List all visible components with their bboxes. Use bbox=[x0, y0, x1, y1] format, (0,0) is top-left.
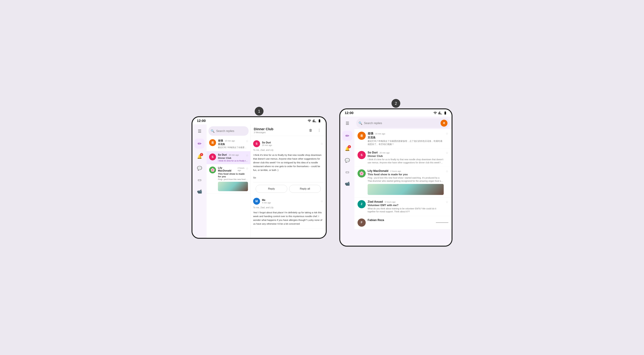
email-messages: S So Duri 20 min ago ☆ To me, Ziad, and … bbox=[250, 136, 326, 238]
p2-msg-sender-3: Lily MacDonald bbox=[368, 169, 388, 173]
p2-message-item-5[interactable]: F Fabian Reza bbox=[354, 216, 452, 229]
email-message-2: M Me 4 min ago ☆ To me, Ziad, and Lily Y… bbox=[253, 195, 323, 228]
email-star-2[interactable]: ☆ bbox=[320, 199, 323, 203]
p2-star-3[interactable]: ☆ bbox=[446, 169, 448, 173]
p2-msg-preview-1: 最近忙吗？昨晚我去了你最爱的那家饭馆，点了他们的特色豆花鱼，吃着吃着就想你了。有… bbox=[368, 140, 444, 146]
p2-msg-content-4: Ziad Aouad 6 hours ago Volunteer EMT wit… bbox=[368, 200, 444, 213]
status-icons-2 bbox=[433, 111, 447, 115]
email-title-block: Dinner Club 3 Messages bbox=[254, 127, 306, 134]
sidebar-meet-icon-2[interactable]: 📹 bbox=[343, 179, 352, 188]
msg-content-1: 老强 10 min ago 豆花鱼 最近忙吗？昨晚我去了你最爱的那家饭馆，点了他… bbox=[218, 139, 248, 149]
p2-msg-time-2: 20 min ago bbox=[380, 152, 390, 154]
p2-message-item-2[interactable]: S So Duri 20 min ago Dinner Club I think… bbox=[354, 148, 452, 167]
status-bar-1: 12:00 bbox=[192, 117, 326, 124]
p2-msg-time-3: 2 hours ago bbox=[390, 170, 401, 172]
msg-content-3: Lily MacDonald 2 hours ago This food sho… bbox=[218, 166, 248, 191]
step-label-2: 2 bbox=[392, 99, 400, 108]
msg-time-2: 20 min ago bbox=[229, 154, 239, 156]
p2-msg-sender-2: So Duri bbox=[368, 151, 378, 154]
sidebar-notifications-icon[interactable]: 🔔 6 bbox=[195, 152, 204, 161]
battery-icon bbox=[318, 119, 321, 123]
user-avatar-2[interactable]: 老 bbox=[440, 120, 448, 127]
sidebar-rooms-icon[interactable]: ▭ bbox=[195, 176, 204, 184]
msg-preview-3: Ping– you'd love this new food show I st… bbox=[218, 178, 248, 180]
msg-avatar-1: 老 bbox=[209, 139, 216, 146]
reply-actions-1: Reply Reply all bbox=[253, 182, 323, 195]
msg-sender-2: So Duri bbox=[218, 153, 227, 156]
p2-star-2[interactable]: ☆ bbox=[446, 151, 448, 155]
search-input-2[interactable] bbox=[364, 122, 439, 125]
p2-msg-preview-4: What do you think about training to be v… bbox=[368, 207, 444, 213]
phone-2: 2 12:00 ☰ ✏ 🔔 6 bbox=[339, 108, 452, 247]
msg-avatar-2: S bbox=[209, 153, 216, 160]
compose-button-2[interactable]: ✏ bbox=[342, 131, 352, 141]
star-button-2[interactable]: ☆ bbox=[246, 153, 248, 157]
p2-star-1[interactable]: ☆ bbox=[446, 132, 448, 135]
p2-msg-subject-3: This food show is made for you bbox=[368, 173, 444, 176]
reply-all-button[interactable]: Reply all bbox=[289, 185, 321, 193]
more-options-button[interactable]: ⋮ bbox=[316, 127, 323, 134]
p2-msg-content-5: Fabian Reza bbox=[368, 219, 434, 222]
search-bar-1[interactable]: 🔍 老 bbox=[208, 126, 248, 136]
msg-time-1: 10 min ago bbox=[225, 140, 235, 142]
p2-message-item-4[interactable]: Z Ziad Aouad 6 hours ago Volunteer EMT w… bbox=[354, 198, 452, 216]
p2-msg-avatar-2: S bbox=[358, 151, 366, 159]
sidebar-notifications-icon-2[interactable]: 🔔 6 bbox=[343, 144, 352, 153]
email-to-1: To me, Ziad, and Lily bbox=[253, 149, 323, 151]
sidebar-chat-icon-2[interactable]: 💬 bbox=[343, 156, 352, 165]
p2-message-item-3[interactable]: 🌸 Lily MacDonald 2 hours ago This food s… bbox=[354, 167, 452, 197]
email-to-2: To me, Ziad, and Lily bbox=[253, 206, 323, 209]
p2-msg-content-1: 老强 10 min ago 豆花鱼 最近忙吗？昨晚我去了你最爱的那家饭馆，点了他… bbox=[368, 132, 444, 146]
search-input-1[interactable] bbox=[216, 129, 250, 133]
email-subject: Dinner Club bbox=[254, 127, 306, 131]
p2-star-4[interactable]: ☆ bbox=[446, 200, 448, 204]
p2-msg-sender-1: 老强 bbox=[368, 132, 373, 135]
p2-msg-avatar-1: 老 bbox=[358, 132, 366, 140]
sidebar-rooms-icon-2[interactable]: ▭ bbox=[343, 168, 352, 176]
reply-button[interactable]: Reply bbox=[256, 185, 287, 193]
email-sender-block-1: So Duri 20 min ago bbox=[262, 141, 318, 146]
compose-button[interactable]: ✏ bbox=[194, 139, 204, 149]
notification-badge-2: 6 bbox=[348, 145, 351, 148]
message-item-1[interactable]: 老 老强 10 min ago 豆花鱼 最近忙吗？昨晚我去了你最爱的那家饭馆，点… bbox=[206, 137, 250, 151]
p2-msg-time-1: 10 min ago bbox=[375, 133, 385, 135]
sidebar-meet-icon[interactable]: 📹 bbox=[195, 187, 204, 196]
p2-msg-subject-2: Dinner Club bbox=[368, 155, 444, 158]
msg-avatar-3: 🌸 bbox=[209, 166, 216, 173]
p2-msg-subject-1: 豆花鱼 bbox=[368, 136, 444, 139]
email-view-1: Dinner Club 3 Messages 🗑 ⋮ bbox=[250, 124, 326, 238]
email-avatar-1: S bbox=[253, 140, 260, 147]
email-avatar-2: M bbox=[253, 198, 260, 205]
p2-msg-preview-2: I think it's time for us to finally try … bbox=[368, 158, 444, 164]
status-time-1: 12:00 bbox=[197, 119, 206, 123]
sidebar-chat-icon[interactable]: 💬 bbox=[195, 164, 204, 172]
sidebar-menu-icon[interactable]: ☰ bbox=[195, 127, 204, 135]
p2-message-item-1[interactable]: 老 老强 10 min ago 豆花鱼 最近忙吗？昨晚我去了你最爱的那家饭馆，点… bbox=[354, 129, 452, 148]
star-button-3[interactable]: ☆ bbox=[246, 166, 248, 170]
p2-msg-avatar-5: F bbox=[358, 219, 366, 227]
archive-button[interactable]: 🗑 bbox=[307, 127, 314, 134]
main-panel-1: 🔍 老 老 老强 10 min bbox=[206, 124, 326, 238]
sidebar-2: ☰ ✏ 🔔 6 💬 ▭ 📹 bbox=[340, 117, 354, 246]
notification-badge: 6 bbox=[200, 153, 203, 156]
email-header-1: Dinner Club 3 Messages 🗑 ⋮ bbox=[250, 124, 326, 136]
email-star-1[interactable]: ☆ bbox=[320, 142, 323, 146]
phone-1: 1 12:00 ☰ ✏ 🔔 6 bbox=[192, 116, 327, 239]
step-label-1: 1 bbox=[255, 107, 264, 116]
star-button-1[interactable]: ☆ bbox=[246, 139, 248, 143]
sidebar-menu-icon-2[interactable]: ☰ bbox=[343, 119, 352, 128]
email-msg-header-1: S So Duri 20 min ago ☆ bbox=[253, 140, 323, 147]
search-bar-2[interactable]: 🔍 老 bbox=[356, 118, 450, 128]
p2-msg-avatar-4: Z bbox=[358, 200, 366, 208]
msg-sender-3: Lily MacDonald bbox=[218, 166, 236, 172]
email-sender-block-2: Me 4 min ago bbox=[262, 199, 318, 204]
sidebar-1: ☰ ✏ 🔔 6 💬 ▭ 📹 bbox=[192, 124, 206, 238]
signal-icon bbox=[312, 119, 316, 123]
msg-subject-2: Dinner Club bbox=[218, 157, 248, 159]
p2-msg-sender-4: Ziad Aouad bbox=[368, 200, 383, 203]
message-item-2[interactable]: S So Duri 20 min ago Dinner Club I think… bbox=[206, 151, 250, 164]
email-meta: 3 Messages bbox=[254, 131, 306, 134]
message-item-3[interactable]: 🌸 Lily MacDonald 2 hours ago This food s… bbox=[206, 164, 250, 194]
phone-frame-1: 12:00 ☰ ✏ 🔔 6 💬 ▭ bbox=[192, 116, 327, 239]
msg-subject-1: 豆花鱼 bbox=[218, 143, 248, 146]
